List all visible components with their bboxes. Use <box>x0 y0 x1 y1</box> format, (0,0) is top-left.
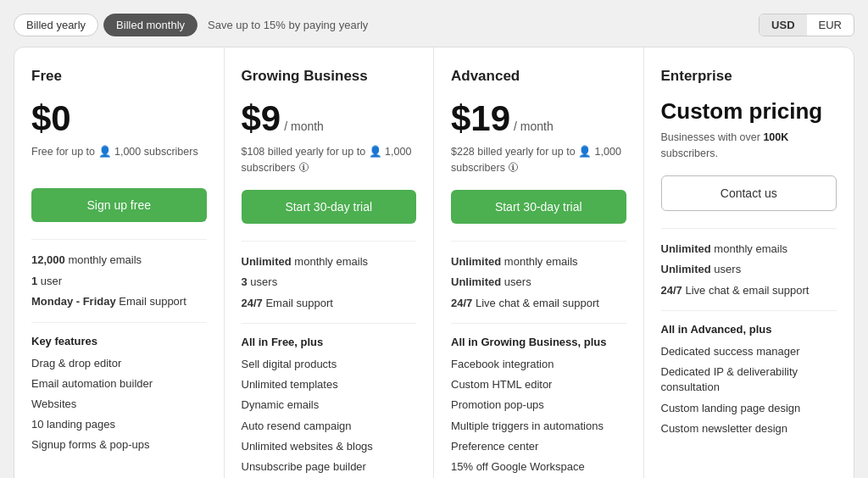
features-title-free: Key features <box>31 335 207 347</box>
feature-item: Sell digital products <box>242 357 417 372</box>
billing-toggle: Billed yearly Billed monthly Save up to … <box>14 14 368 36</box>
feature-item: Auto resend campaign <box>242 419 417 434</box>
stat-line: Unlimited monthly emails <box>242 253 417 270</box>
feature-item: Unsubscribe page builder <box>242 459 417 475</box>
feature-item: Custom landing page design <box>661 401 837 416</box>
plan-price-enterprise: Custom pricing <box>661 98 837 125</box>
features-title-advanced: All in Growing Business, plus <box>451 336 626 348</box>
feature-item: Custom HTML editor <box>451 377 626 392</box>
price-subtitle-free: Free for up to 👤 1,000 subscribers <box>31 144 207 175</box>
plan-price-advanced: $19/ month <box>451 98 626 139</box>
feature-item: Facebook integration <box>451 357 626 372</box>
price-subtitle-advanced: $228 billed yearly for up to 👤 1,000 sub… <box>451 144 626 176</box>
stat-line: Monday - Friday Email support <box>31 293 207 310</box>
plan-free: Free$0Free for up to 👤 1,000 subscribers… <box>14 47 225 478</box>
features-title-growing: All in Free, plus <box>242 336 417 348</box>
plan-growing: Growing Business$9/ month$108 billed yea… <box>225 47 435 478</box>
plan-price-free: $0 <box>31 98 207 139</box>
cta-button-free[interactable]: Sign up free <box>31 188 207 222</box>
stat-line: Unlimited users <box>451 274 626 291</box>
stat-line: 24/7 Live chat & email support <box>451 295 626 312</box>
feature-item: Dedicated IP & deliverability consultati… <box>661 364 837 395</box>
eur-button[interactable]: EUR <box>807 14 854 36</box>
stat-line: 3 users <box>242 274 417 291</box>
cta-button-growing[interactable]: Start 30-day trial <box>242 190 417 224</box>
feature-item: Unlimited websites & blogs <box>242 439 417 454</box>
cta-button-advanced[interactable]: Start 30-day trial <box>451 190 626 224</box>
cta-button-enterprise[interactable]: Contact us <box>661 175 837 211</box>
price-period-advanced: / month <box>514 119 554 133</box>
price-amount-free: $0 <box>31 98 71 139</box>
feature-item: Websites <box>31 397 207 412</box>
features-section-enterprise: All in Advanced, plusDedicated success m… <box>661 310 837 436</box>
plan-advanced: Advanced$19/ month$228 billed yearly for… <box>434 47 644 478</box>
stat-line: Unlimited monthly emails <box>661 241 837 258</box>
plan-name-growing: Growing Business <box>242 68 417 85</box>
stat-line: 12,000 monthly emails <box>31 252 207 269</box>
stat-line: 24/7 Email support <box>242 295 417 312</box>
plan-price-growing: $9/ month <box>242 98 417 139</box>
price-period-growing: / month <box>284 119 324 133</box>
feature-item: Promotion pop-ups <box>451 397 626 413</box>
currency-toggle: USD EUR <box>759 14 854 36</box>
price-subtitle-enterprise: Businesses with over 100K subscribers. <box>661 130 837 162</box>
feature-item: 15% off Google Workspace <box>451 459 626 475</box>
plan-enterprise: EnterpriseCustom pricingBusinesses with … <box>644 47 854 478</box>
price-subtitle-growing: $108 billed yearly for up to 👤 1,000 sub… <box>242 144 417 176</box>
feature-item: Dedicated success manager <box>661 344 837 359</box>
plans-container: Free$0Free for up to 👤 1,000 subscribers… <box>14 47 854 478</box>
feature-item: Preference center <box>451 439 626 454</box>
features-title-enterprise: All in Advanced, plus <box>661 323 837 336</box>
plan-stats-advanced: Unlimited monthly emailsUnlimited users2… <box>451 241 626 312</box>
price-amount-growing: $9 <box>242 98 281 139</box>
features-section-advanced: All in Growing Business, plusFacebook in… <box>451 323 626 475</box>
plan-name-advanced: Advanced <box>451 68 626 85</box>
stat-line: Unlimited users <box>661 261 837 278</box>
stat-line: 24/7 Live chat & email support <box>661 282 837 299</box>
plan-stats-growing: Unlimited monthly emails3 users24/7 Emai… <box>242 241 417 312</box>
billed-yearly-button[interactable]: Billed yearly <box>14 14 98 36</box>
feature-item: Custom newsletter design <box>661 421 837 436</box>
feature-item: Unlimited templates <box>242 377 417 392</box>
price-custom: Custom pricing <box>661 98 823 125</box>
features-section-free: Key featuresDrag & drop editorEmail auto… <box>31 322 207 453</box>
features-section-growing: All in Free, plusSell digital productsUn… <box>242 323 417 475</box>
feature-item: Signup forms & pop-ups <box>31 437 207 453</box>
plan-name-enterprise: Enterprise <box>661 68 837 85</box>
feature-item: 10 landing pages <box>31 417 207 432</box>
billed-monthly-button[interactable]: Billed monthly <box>103 14 198 36</box>
plan-name-free: Free <box>31 68 207 85</box>
plan-stats-free: 12,000 monthly emails1 userMonday - Frid… <box>31 239 207 310</box>
stat-line: Unlimited monthly emails <box>451 253 626 270</box>
usd-button[interactable]: USD <box>760 14 806 36</box>
top-bar: Billed yearly Billed monthly Save up to … <box>14 14 854 36</box>
price-amount-advanced: $19 <box>451 98 510 139</box>
plan-stats-enterprise: Unlimited monthly emailsUnlimited users2… <box>661 228 837 299</box>
stat-line: 1 user <box>31 273 207 290</box>
feature-item: Email automation builder <box>31 376 207 392</box>
feature-item: Drag & drop editor <box>31 356 207 371</box>
feature-item: Dynamic emails <box>242 397 417 413</box>
feature-item: Multiple triggers in automations <box>451 419 626 434</box>
save-text: Save up to 15% by paying yearly <box>208 19 368 31</box>
